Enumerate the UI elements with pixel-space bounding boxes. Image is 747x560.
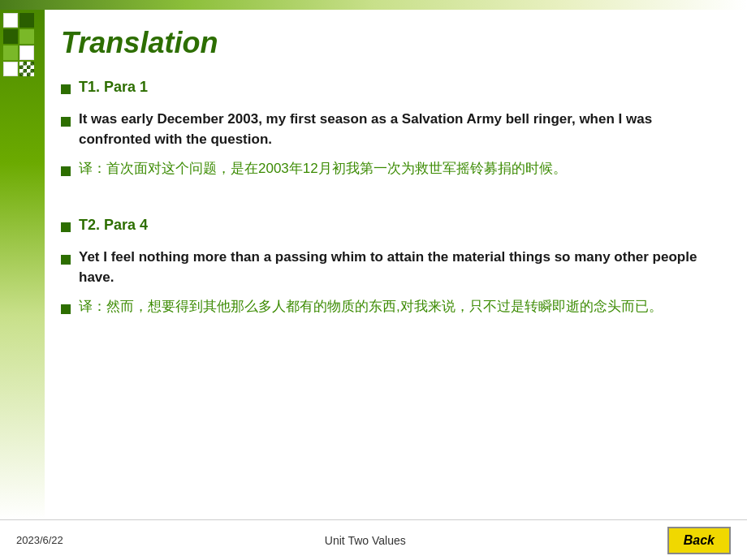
section-t2-heading: T2. Para 4 — [79, 214, 148, 236]
t1-chinese-text: 译：首次面对这个问题，是在2003年12月初我第一次为救世军摇铃募捐的时候。 — [79, 158, 567, 179]
t1-english-text: It was early December 2003, my first sea… — [79, 109, 723, 150]
spacer — [61, 190, 723, 206]
content-list: T1. Para 1 It was early December 2003, m… — [61, 76, 723, 320]
back-button[interactable]: Back — [667, 527, 731, 554]
bullet-icon — [61, 299, 79, 321]
bullet-icon — [61, 218, 79, 239]
bullet-icon — [61, 112, 79, 133]
t2-chinese-text: 译：然而，想要得到其他那么多人都有的物质的东西,对我来说，只不过是转瞬即逝的念头… — [79, 296, 663, 317]
list-item-t1-english: It was early December 2003, my first sea… — [61, 109, 723, 150]
main-content: Translation T1. Para 1 It was early Dece… — [45, 10, 747, 519]
bullet-icon — [61, 80, 79, 101]
page-title: Translation — [61, 26, 723, 60]
list-item-t2-english: Yet I feel nothing more than a passing w… — [61, 247, 723, 288]
list-item-t1-chinese: 译：首次面对这个问题，是在2003年12月初我第一次为救世军摇铃募捐的时候。 — [61, 158, 723, 183]
corner-decoration — [0, 10, 45, 83]
list-item-t2-heading: T2. Para 4 — [61, 214, 723, 239]
footer-unit: Unit Two Values — [325, 534, 406, 547]
list-item-t1-heading: T1. Para 1 — [61, 76, 723, 101]
top-bar — [0, 0, 747, 10]
left-strip — [0, 10, 45, 519]
section-t1-heading: T1. Para 1 — [79, 76, 148, 98]
bullet-icon — [61, 162, 79, 183]
footer-date: 2023/6/22 — [16, 534, 63, 546]
footer-bar: 2023/6/22 Unit Two Values Back — [0, 519, 747, 560]
list-item-t2-chinese: 译：然而，想要得到其他那么多人都有的物质的东西,对我来说，只不过是转瞬即逝的念头… — [61, 296, 723, 321]
t2-english-text: Yet I feel nothing more than a passing w… — [79, 247, 723, 288]
bullet-icon — [61, 250, 79, 271]
